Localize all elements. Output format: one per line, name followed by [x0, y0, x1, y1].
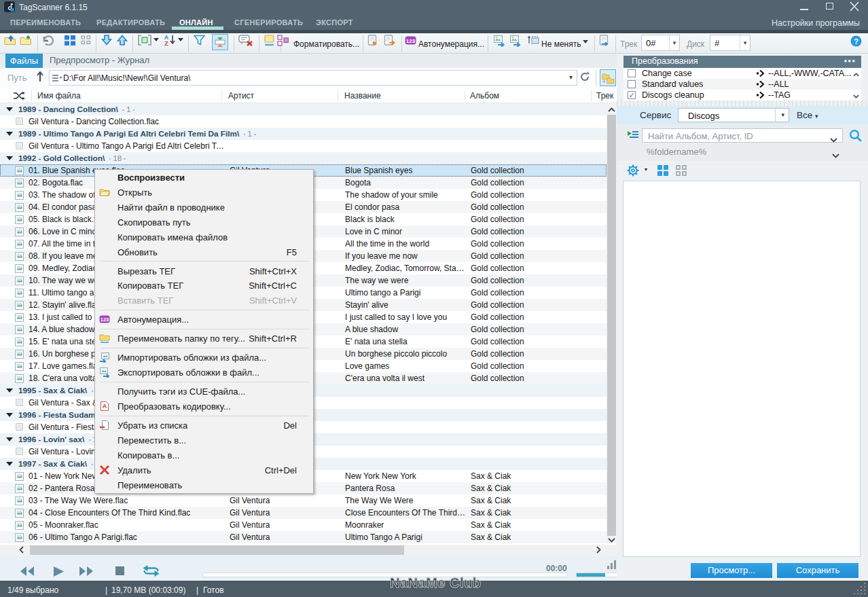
svg-text:123: 123 — [101, 316, 109, 323]
svg-text:Z: Z — [164, 40, 168, 46]
svg-text:?: ? — [854, 37, 858, 46]
svg-text:123: 123 — [406, 38, 416, 44]
svg-text:A: A — [103, 403, 107, 410]
